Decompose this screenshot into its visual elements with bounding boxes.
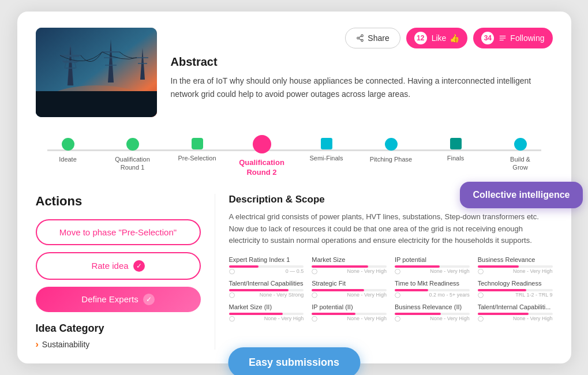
share-label: Share (368, 33, 389, 43)
abstract-title: Abstract (171, 55, 553, 69)
define-experts-label: Define Experts (81, 294, 138, 304)
move-to-phase-label: Move to phase "Pre-Selection" (59, 227, 177, 237)
rating-bar-track-1 (312, 265, 387, 268)
rating-bar-fill-3 (478, 265, 519, 268)
hero-image (36, 28, 157, 117)
step-dot-semi (321, 138, 332, 149)
rating-item-1: Market Size ◯None - Very High (312, 256, 387, 274)
timeline-step-q1[interactable]: QualificationRound 1 (100, 138, 165, 178)
step-label-q1: QualificationRound 1 (115, 155, 150, 172)
abstract-content: Share 12 Like 👍 34 Following Abstract In… (171, 28, 553, 100)
share-icon (356, 34, 364, 42)
move-to-phase-button[interactable]: Move to phase "Pre-Selection" (36, 219, 201, 245)
rating-bar-track-7 (478, 289, 553, 291)
rating-range-6: ◯0.2 mo - 5+ years (395, 292, 470, 298)
rating-bar-track-10 (395, 313, 470, 315)
rating-range-8: ◯None - Very High (229, 316, 304, 321)
step-label-ideate: Ideate (59, 155, 77, 163)
svg-point-22 (357, 37, 359, 39)
rating-bar-fill-6 (395, 289, 428, 291)
rating-label-2: IP potential (395, 256, 470, 263)
rating-label-9: IP potential (II) (312, 303, 387, 310)
collective-intelligence-badge: Collective intelligence (460, 182, 582, 208)
rating-bar-wrap-2 (395, 265, 470, 268)
easy-submissions-button[interactable]: Easy submissions (228, 347, 360, 375)
rating-range-10: ◯None - Very High (395, 316, 470, 321)
svg-line-24 (359, 39, 361, 40)
following-count: 34 (481, 32, 494, 44)
right-panel: Description & Scope A electrical grid co… (215, 194, 553, 350)
rating-bar-fill-5 (312, 289, 364, 291)
rating-bar-track-9 (312, 313, 387, 315)
rating-bar-wrap-7 (478, 289, 553, 291)
step-dot-finals (450, 138, 462, 149)
rate-idea-button[interactable]: Rate idea ✓ (36, 252, 201, 280)
rating-range-0: ◯0 — 0.5 (229, 268, 304, 274)
rating-label-11: Talent/Internal Capabiliti... (478, 303, 553, 310)
step-dot-ideate (62, 138, 74, 151)
svg-rect-18 (53, 94, 62, 117)
list-icon (499, 34, 507, 42)
timeline-step-q2[interactable]: QualificationRound 2 (230, 138, 294, 178)
rate-idea-label: Rate idea (91, 261, 128, 271)
rating-bar-wrap-5 (312, 289, 387, 291)
step-dot-q2 (253, 135, 271, 153)
timeline-step-finals[interactable]: Finals (424, 138, 488, 178)
rating-item-8: Market Size (II) ◯None - Very High (229, 303, 304, 321)
idea-category-title: Idea Category (36, 322, 201, 335)
rating-item-10: Business Relevance (II) ◯None - Very Hig… (395, 303, 470, 321)
rating-bar-track-5 (312, 289, 387, 291)
rating-bar-track-0 (229, 265, 304, 268)
rating-bar-wrap-1 (312, 265, 387, 268)
header-area: Share 12 Like 👍 34 Following Abstract In… (36, 28, 553, 117)
define-experts-check-icon: ✓ (143, 294, 155, 305)
rating-bar-fill-2 (395, 265, 440, 268)
svg-rect-28 (500, 40, 504, 40)
timeline-area: Ideate QualificationRound 1 Pre-Selectio… (36, 133, 553, 180)
timeline-step-semi[interactable]: Semi-Finals (294, 138, 359, 178)
rating-range-2: ◯None - Very High (395, 268, 470, 274)
step-label-pre-selection: Pre-Selection (178, 154, 216, 162)
rating-bar-fill-7 (478, 289, 526, 291)
bottom-split: Actions Move to phase "Pre-Selection" Ra… (36, 194, 553, 350)
rating-range-4: ◯None - Very Strong (229, 292, 304, 298)
timeline-step-pre-selection[interactable]: Pre-Selection (165, 138, 230, 178)
ratings-grid: Expert Rating Index 1 ◯0 — 0.5 Market Si… (229, 256, 553, 321)
svg-point-21 (361, 35, 364, 37)
timeline-step-pitching[interactable]: Pitching Phase (359, 138, 424, 178)
thumbs-up-icon: 👍 (450, 33, 459, 43)
rating-label-5: Strategic Fit (312, 280, 387, 287)
rating-bar-wrap-6 (395, 289, 470, 291)
svg-line-25 (359, 36, 361, 38)
rating-bar-fill-1 (312, 265, 368, 268)
rating-bar-wrap-10 (395, 313, 470, 315)
svg-rect-19 (82, 96, 96, 117)
rating-bar-wrap-9 (312, 313, 387, 315)
step-dot-pre-selection (192, 138, 203, 149)
step-label-finals: Finals (447, 154, 464, 162)
timeline-step-ideate[interactable]: Ideate (36, 138, 100, 178)
rating-bar-track-2 (395, 265, 470, 268)
rating-item-2: IP potential ◯None - Very High (395, 256, 470, 274)
actions-title: Actions (36, 194, 201, 209)
chevron-right-icon: › (36, 339, 39, 350)
like-button[interactable]: 12 Like 👍 (406, 28, 468, 48)
rating-bar-fill-4 (229, 289, 289, 291)
rating-bar-track-6 (395, 289, 470, 291)
share-button[interactable]: Share (345, 28, 400, 48)
category-item-sustainability: › Sustainability (36, 339, 201, 350)
following-button[interactable]: 34 Following (473, 28, 552, 48)
rating-label-4: Talent/Internal Capabilities (229, 280, 304, 287)
step-label-pitching: Pitching Phase (370, 155, 412, 163)
timeline-step-build[interactable]: Build &Grow (488, 138, 553, 178)
svg-point-23 (361, 39, 364, 42)
category-label: Sustainability (42, 340, 90, 349)
rating-bar-track-4 (229, 289, 304, 291)
rating-item-11: Talent/Internal Capabiliti... ◯None - Ve… (478, 303, 553, 321)
abstract-text: In the era of IoT why should only house … (171, 74, 553, 100)
rating-bar-track-8 (229, 313, 304, 315)
left-panel: Actions Move to phase "Pre-Selection" Ra… (36, 194, 215, 350)
rating-range-7: ◯TRL 1-2 - TRL 9 (478, 292, 553, 298)
rating-bar-fill-0 (229, 265, 259, 268)
define-experts-button[interactable]: Define Experts ✓ (36, 287, 201, 312)
